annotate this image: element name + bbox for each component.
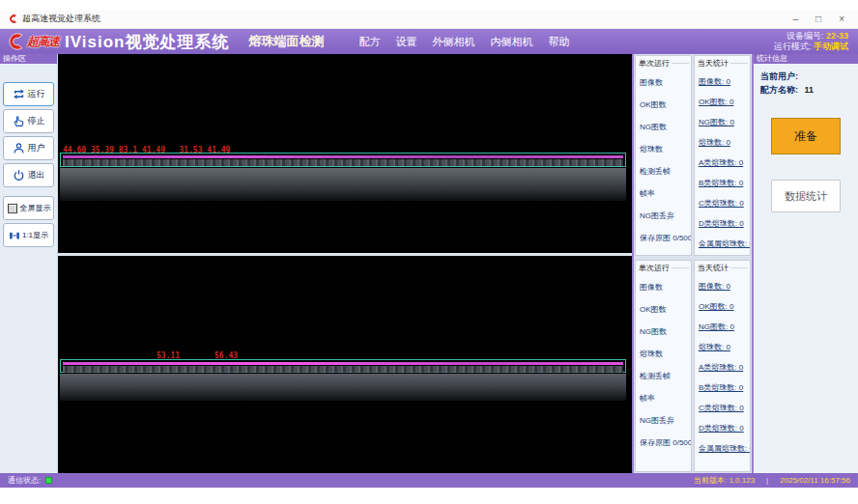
menu-item[interactable]: 外侧相机 <box>432 35 474 49</box>
stat-row: OK图数: 0 <box>699 296 750 317</box>
stat-row: 检测丢帧 <box>640 365 691 387</box>
device-number-value: 22-33 <box>826 31 848 41</box>
stat-row: 图像数 <box>640 276 691 298</box>
menu-item[interactable]: 内侧相机 <box>490 35 532 49</box>
app-subtitle: 熔珠端面检测 <box>248 33 324 50</box>
operation-sidebar: 操作区 运行 停止 <box>0 54 58 473</box>
status-separator: | <box>766 476 768 485</box>
recipe-name-label: 配方名称: <box>760 85 798 95</box>
stat-row: B类熔珠数: 0 <box>699 378 750 398</box>
stat-row: 金属屑熔珠数: 0 <box>699 234 750 254</box>
maximize-button[interactable]: □ <box>815 10 821 29</box>
device-number-label: 设备编号: <box>786 31 824 41</box>
stat-row: 图像数: 0 <box>699 71 750 92</box>
stat-row: 金属屑熔珠数: 0 <box>699 438 750 459</box>
stop-button[interactable]: 停止 <box>3 109 54 133</box>
version-label: 当前版本: <box>694 476 727 485</box>
camera1-detection-rectangle <box>60 153 626 167</box>
stat-row: 熔珠数 <box>640 343 691 365</box>
camera2-image-band: 53.11 56.43 <box>60 351 626 406</box>
current-user-label: 当前用户: <box>760 71 798 81</box>
user-button-label: 用户 <box>28 142 45 154</box>
datetime-value: 2025/02/11 16:57:56 <box>780 476 850 485</box>
status-bar: 通信状态: 当前版本: 1.0.123 | 2025/02/11 16:57:5… <box>0 473 858 488</box>
stat-row: 熔珠数: 0 <box>699 337 750 357</box>
stat-row: A类熔珠数: 0 <box>699 153 750 173</box>
stat-row: 熔珠数: 0 <box>699 132 750 153</box>
stop-hand-icon <box>13 115 25 127</box>
data-statistics-button[interactable]: 数据统计 <box>771 180 841 212</box>
stat-row: 帧率 <box>640 182 691 205</box>
prepare-button[interactable]: 准备 <box>771 118 841 154</box>
sidebar-title: 操作区 <box>0 54 57 64</box>
camera2-weld-seam-line <box>63 362 623 365</box>
stat-row: C类熔珠数: 0 <box>699 398 750 418</box>
stat-row: 保存原图 0/500 <box>640 432 691 454</box>
outer-camera-view: 44.60 35.39 83.1 41.49 31.53 41.49 <box>58 54 632 256</box>
single-run-title: 单次运行 <box>636 261 691 273</box>
run-mode-label: 运行模式: <box>774 42 812 51</box>
power-icon <box>13 169 25 182</box>
brand-logo-text: 超高速 <box>27 34 59 50</box>
today-stats-title: 当天统计 <box>695 56 750 69</box>
main-menu: 配方 设置 外侧相机 内侧相机 帮助 <box>358 35 569 49</box>
camera1-image-band: 44.60 35.39 83.1 41.49 31.53 41.49 <box>60 146 626 206</box>
os-titlebar: 超高速视觉处理系统 – □ × <box>0 10 858 29</box>
stat-row: D类熔珠数: 0 <box>699 418 750 438</box>
camera2-single-run-groupbox: 单次运行 图像数OK图数NG图数熔珠数检测丢帧帧率NG图丢弃保存原图 0/500 <box>635 260 692 472</box>
camera1-today-groupbox: 当天统计 图像数: 0OK图数: 0NG图数: 0熔珠数: 0A类熔珠数: 0B… <box>694 55 751 256</box>
stat-row: OK图数 <box>640 298 691 321</box>
stat-row: OK图数: 0 <box>699 92 750 112</box>
statistics-info-panel: 统计信息 当前用户: 配方名称: 11 准备 数据统计 <box>752 54 858 473</box>
one-to-one-button[interactable]: 1:1显示 <box>3 223 54 247</box>
stat-row: 图像数: 0 <box>699 276 750 296</box>
brand-swoosh-icon <box>6 32 25 51</box>
camera2-today-groupbox: 当天统计 图像数: 0OK图数: 0NG图数: 0熔珠数: 0A类熔珠数: 0B… <box>694 260 751 472</box>
run-cycle-icon <box>13 88 25 100</box>
exit-button[interactable]: 退出 <box>3 163 54 187</box>
camera1-seam-texture <box>63 159 623 166</box>
app-logo-icon <box>8 14 18 24</box>
camera2-seam-texture <box>63 366 623 373</box>
stat-row: NG图数: 0 <box>699 317 750 337</box>
version-value: 1.0.123 <box>729 476 755 485</box>
stat-row: 图像数 <box>640 71 691 94</box>
camera2-detection-rectangle <box>60 359 626 373</box>
menu-item[interactable]: 帮助 <box>548 35 569 49</box>
user-button[interactable]: 用户 <box>3 136 54 160</box>
statistics-info-title: 统计信息 <box>754 54 858 64</box>
inner-camera-view: 53.11 56.43 <box>58 256 632 473</box>
stat-row: B类熔珠数: 0 <box>699 173 750 193</box>
fullscreen-grid-icon <box>7 203 18 214</box>
stat-row: NG图数 <box>640 321 691 343</box>
app-header: 超高速 IVision视觉处理系统 熔珠端面检测 配方 设置 外侧相机 内侧相机… <box>0 29 858 54</box>
one-to-one-button-label: 1:1显示 <box>22 230 48 240</box>
stat-row: NG图数 <box>640 116 691 138</box>
stop-button-label: 停止 <box>28 115 45 127</box>
fullscreen-button-label: 全屏显示 <box>20 203 51 213</box>
stat-row: NG图丢弃 <box>640 409 691 432</box>
run-button[interactable]: 运行 <box>3 82 54 106</box>
single-run-title: 单次运行 <box>636 56 691 69</box>
camera-display-area: 44.60 35.39 83.1 41.49 31.53 41.49 53.11… <box>58 54 632 473</box>
camera1-weld-seam-line <box>63 155 623 158</box>
menu-item[interactable]: 配方 <box>358 35 380 49</box>
user-icon <box>13 142 25 154</box>
window-title: 超高速视觉处理系统 <box>22 13 100 25</box>
camera2-metal-surface <box>60 374 626 401</box>
stat-row: 保存原图 0/500 <box>640 227 691 249</box>
stat-row: A类熔珠数: 0 <box>699 357 750 378</box>
one-to-one-icon <box>9 230 20 241</box>
stat-row: D类熔珠数: 0 <box>699 213 750 234</box>
camera2-stats-section: 单次运行 图像数OK图数NG图数熔珠数检测丢帧帧率NG图丢弃保存原图 0/500… <box>635 260 751 472</box>
statistics-column: 单次运行 图像数OK图数NG图数熔珠数检测丢帧帧率NG图丢弃保存原图 0/500… <box>632 54 752 473</box>
run-mode-value: 手动调试 <box>814 42 848 51</box>
close-button[interactable]: × <box>839 10 844 29</box>
menu-item[interactable]: 设置 <box>395 35 416 49</box>
stat-row: NG图丢弃 <box>640 205 691 227</box>
minimize-button[interactable]: – <box>793 10 799 29</box>
fullscreen-button[interactable]: 全屏显示 <box>3 196 54 220</box>
app-title: IVision视觉处理系统 <box>65 31 229 53</box>
app-window: 超高速视觉处理系统 – □ × 超高速 IVision视觉处理系统 熔珠端面检测… <box>0 0 858 504</box>
stat-row: 检测丢帧 <box>640 160 691 182</box>
